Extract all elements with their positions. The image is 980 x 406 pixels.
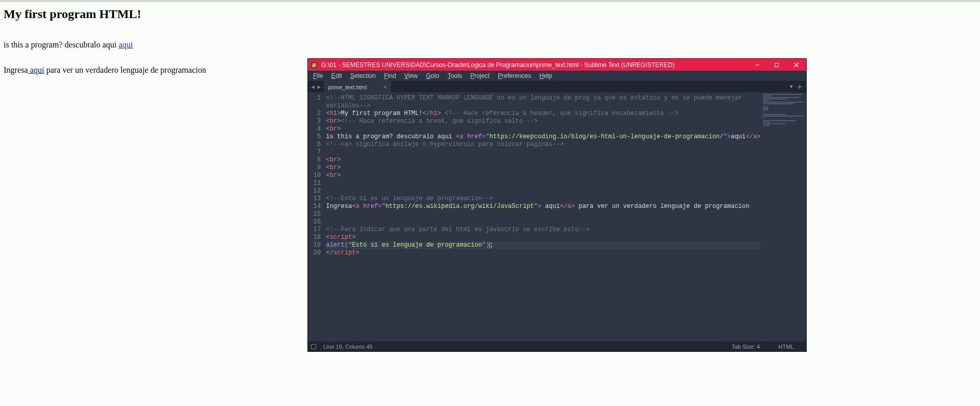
window-title: G:\01 - SEMESTRES UNIVERSIDAD\Cursos-Ora… — [320, 61, 747, 69]
code-line[interactable] — [326, 149, 761, 156]
menu-goto[interactable]: Goto — [422, 72, 444, 79]
minimap-row — [763, 112, 764, 113]
line-number: 1 — [308, 94, 321, 102]
minimap-row — [763, 99, 788, 100]
minimap-row — [763, 116, 804, 117]
line-number: 3 — [308, 118, 321, 125]
tab-close-icon[interactable]: × — [383, 84, 387, 91]
close-button[interactable] — [787, 59, 806, 71]
menu-project[interactable]: Project — [466, 72, 494, 79]
code-line[interactable] — [326, 218, 761, 226]
minimap-row — [763, 123, 786, 124]
gutter: 1234567891011121314151617181920 — [308, 92, 326, 342]
code-line[interactable]: <br> — [326, 125, 761, 133]
code-area[interactable]: <!--HTML SIGNIFICA HYPER TEXT MARKUP LEN… — [326, 92, 761, 342]
code-line[interactable] — [326, 180, 761, 187]
tab-label: prime_text.html — [328, 84, 367, 90]
line-number: 4 — [308, 125, 321, 133]
minimap-row — [763, 106, 769, 107]
menu-edit[interactable]: Edit — [327, 72, 346, 79]
menu-help[interactable]: Help — [535, 72, 557, 79]
line-number: 19 — [308, 241, 321, 249]
code-line[interactable]: <br> — [326, 172, 761, 180]
code-line[interactable]: Ingresa<a href="https://es.wikipedia.org… — [326, 203, 761, 210]
minimap-row — [763, 94, 802, 95]
code-line[interactable]: <br><!-- Hace referencia a break, que si… — [326, 118, 761, 125]
code-line[interactable]: <!--<a> significa anclaje o hypervinculo… — [326, 141, 761, 149]
page-title: My first program HTML! — [4, 7, 308, 21]
minimap[interactable] — [761, 92, 806, 342]
p1-text: is this a program? descubralo aqui — [4, 40, 119, 49]
line-number: 12 — [308, 187, 321, 195]
minimap-row — [763, 111, 764, 112]
code-line[interactable]: <!--Esto si es un lenguaje de programaci… — [326, 195, 761, 203]
minimap-row — [763, 120, 796, 121]
tab-overflow-icon[interactable]: ▼ — [788, 81, 795, 92]
tab-back-icon[interactable]: ◀ — [310, 84, 316, 90]
line-number: 11 — [308, 180, 321, 187]
editor[interactable]: 1234567891011121314151617181920 <!--HTML… — [308, 92, 806, 342]
maximize-button[interactable] — [767, 59, 787, 71]
minimap-row — [763, 105, 764, 106]
menu-find[interactable]: Find — [380, 72, 400, 79]
tab-forward-icon[interactable]: ▶ — [316, 84, 322, 90]
minimap-row — [763, 102, 804, 103]
code-line[interactable]: </script> — [326, 249, 761, 257]
paragraph-1: is this a program? descubralo aqui aqui — [4, 40, 308, 51]
menu-selection[interactable]: Selection — [346, 72, 380, 79]
p1-link[interactable]: aqui — [119, 40, 133, 49]
minimap-row — [763, 122, 770, 123]
code-line[interactable]: <br> — [326, 164, 761, 172]
code-line[interactable]: <script> — [326, 234, 761, 241]
line-number: 6 — [308, 141, 321, 149]
code-line[interactable]: is this a program? descubralo aqui <a hr… — [326, 133, 761, 141]
minimap-row — [763, 103, 794, 104]
line-number: 20 — [308, 249, 321, 257]
minimize-button[interactable] — [747, 59, 767, 71]
code-line[interactable] — [326, 187, 761, 195]
menu-tools[interactable]: Tools — [444, 72, 466, 79]
status-bar: Line 19, Column 45 Tab Size: 4 HTML — [308, 342, 806, 351]
minimap-row — [763, 114, 786, 115]
menu-view[interactable]: View — [400, 72, 422, 79]
tab-add-icon[interactable]: ＋ — [795, 81, 804, 92]
titlebar[interactable]: G:\01 - SEMESTRES UNIVERSIDAD\Cursos-Ora… — [308, 59, 806, 71]
rendered-page: My first program HTML! is this a program… — [4, 7, 308, 90]
line-number: 18 — [308, 234, 321, 241]
line-number: 7 — [308, 149, 321, 156]
line-number: 13 — [308, 195, 321, 203]
minimap-row — [763, 109, 769, 110]
line-number: 14 — [308, 203, 321, 210]
line-number: 9 — [308, 164, 321, 172]
svg-rect-2 — [775, 63, 779, 67]
menu-file[interactable]: File — [309, 72, 327, 79]
paragraph-2: Ingresa aqui para ver un verdadero lengu… — [4, 65, 308, 76]
code-line[interactable] — [326, 210, 761, 218]
code-line[interactable]: <h1>My first program HTML!</h1> <!-- Hac… — [326, 110, 761, 118]
tab-active[interactable]: prime_text.html × — [324, 81, 391, 92]
line-number — [308, 102, 321, 110]
status-position: Line 19, Column 45 — [323, 344, 372, 350]
code-line[interactable]: <!--HTML SIGNIFICA HYPER TEXT MARKUP LEN… — [326, 94, 761, 102]
tab-row: ◀ ▶ prime_text.html × ▼ ＋ — [308, 81, 806, 92]
minimap-row — [763, 97, 800, 98]
minimap-row — [763, 108, 769, 109]
sublime-window: G:\01 - SEMESTRES UNIVERSIDAD\Cursos-Ora… — [308, 59, 806, 351]
code-line[interactable]: variables--> — [326, 102, 761, 110]
line-number: 17 — [308, 226, 321, 234]
line-number: 15 — [308, 210, 321, 218]
line-number: 5 — [308, 133, 321, 141]
code-line[interactable]: alert("Esto si es lenguaje de programaci… — [326, 241, 761, 249]
menu-preferences[interactable]: Preferences — [494, 72, 535, 79]
line-number: 10 — [308, 172, 321, 180]
p2-link[interactable]: aqui — [28, 66, 44, 74]
window-buttons — [747, 59, 806, 71]
code-line[interactable]: <br> — [326, 156, 761, 164]
status-syntax[interactable]: HTML — [769, 344, 803, 350]
tab-nav: ◀ ▶ — [308, 81, 324, 92]
status-panel-toggle-icon[interactable] — [311, 344, 316, 349]
status-tabsize[interactable]: Tab Size: 4 — [723, 344, 769, 350]
code-line[interactable]: <!--Para indicar que una parte del html … — [326, 226, 761, 234]
p2-text-after: para ver un verdadero lenguaje de progra… — [44, 66, 206, 74]
minimap-row — [763, 117, 764, 118]
